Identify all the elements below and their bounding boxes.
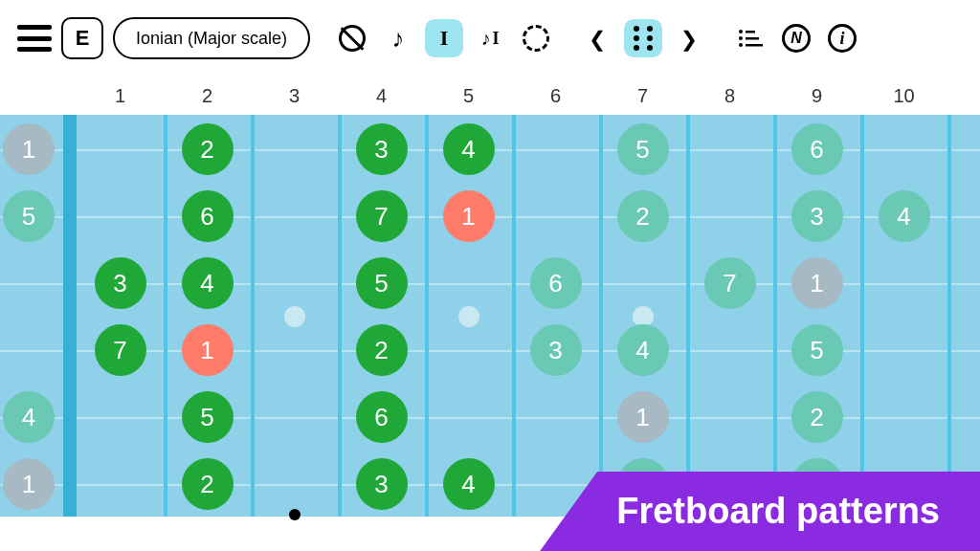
note-dot[interactable]: 5 xyxy=(182,391,234,443)
note-dot[interactable]: 6 xyxy=(530,257,582,309)
note-interval-mode-icon[interactable]: ♪I xyxy=(471,19,509,57)
fret-label: 7 xyxy=(599,85,686,107)
scale-selector[interactable]: Ionian (Major scale) xyxy=(113,17,310,59)
note-dot[interactable]: 5 xyxy=(3,190,55,242)
note-dot[interactable]: 4 xyxy=(879,190,930,242)
note-dot[interactable]: 5 xyxy=(617,123,669,175)
fret-line xyxy=(686,115,690,517)
fret-line xyxy=(251,115,255,517)
key-selector[interactable]: E xyxy=(61,17,103,59)
note-dot[interactable]: 7 xyxy=(356,190,408,242)
fret-line xyxy=(599,115,603,517)
toolbar: E Ionian (Major scale) ♪ I ♪I ❮ ❯ N i xyxy=(0,0,980,77)
note-name-toggle[interactable]: N xyxy=(777,19,815,57)
nut xyxy=(63,115,77,517)
svg-rect-1 xyxy=(746,31,755,33)
fret-label: 5 xyxy=(425,85,512,107)
note-dot[interactable]: 4 xyxy=(443,123,495,175)
fret-line xyxy=(773,115,777,517)
prev-pattern-button[interactable]: ❮ xyxy=(578,19,616,57)
fret-label: 9 xyxy=(773,85,860,107)
note-dot[interactable]: 2 xyxy=(182,123,234,175)
svg-point-2 xyxy=(739,36,743,40)
note-dot[interactable]: 3 xyxy=(95,257,146,309)
note-dot[interactable]: 7 xyxy=(95,324,146,376)
fret-line xyxy=(947,115,951,517)
fret-line xyxy=(338,115,342,517)
interval-mode-icon[interactable]: I xyxy=(425,19,463,57)
note-dot[interactable]: 6 xyxy=(182,190,234,242)
list-icon[interactable] xyxy=(731,19,769,57)
fret-number-row: 12345678910 xyxy=(0,77,980,115)
fret-position-marker xyxy=(289,509,301,520)
note-mode-icon[interactable]: ♪ xyxy=(379,19,417,57)
note-dot[interactable]: 5 xyxy=(791,324,843,376)
pattern-nav-group: ❮ ❯ xyxy=(578,19,708,57)
menu-icon[interactable] xyxy=(17,25,52,52)
right-tools-group: N i xyxy=(731,19,861,57)
inlay-marker xyxy=(284,306,305,327)
fret-line xyxy=(164,115,167,517)
display-mode-group: ♪ I ♪I xyxy=(333,19,555,57)
note-dot[interactable]: 4 xyxy=(443,458,495,510)
fret-label: 3 xyxy=(251,85,338,107)
fret-line xyxy=(512,115,516,517)
note-dot[interactable]: 2 xyxy=(356,324,408,376)
svg-point-0 xyxy=(739,30,743,33)
note-dot[interactable]: 1 xyxy=(617,391,669,443)
inlay-marker xyxy=(458,306,479,327)
note-dot[interactable]: 1 xyxy=(791,257,843,309)
note-dot[interactable]: 3 xyxy=(356,123,408,175)
fret-line xyxy=(425,115,429,517)
note-dot[interactable]: 3 xyxy=(791,190,843,242)
random-pattern-button[interactable] xyxy=(624,19,662,57)
fret-label: 1 xyxy=(77,85,164,107)
note-dot[interactable]: 2 xyxy=(791,391,843,443)
fret-label: 8 xyxy=(686,85,773,107)
note-dot[interactable]: 3 xyxy=(530,324,582,376)
note-dot[interactable]: 7 xyxy=(704,257,756,309)
note-dot[interactable]: 1 xyxy=(3,123,55,175)
note-dot[interactable]: 4 xyxy=(182,257,234,309)
fret-label: 10 xyxy=(860,85,947,107)
empty-circle-icon[interactable] xyxy=(333,19,371,57)
note-dot[interactable]: 4 xyxy=(3,391,55,443)
fret-line xyxy=(860,115,864,517)
note-dot[interactable]: 3 xyxy=(356,458,408,510)
next-pattern-button[interactable]: ❯ xyxy=(670,19,708,57)
note-dot[interactable]: 1 xyxy=(443,190,495,242)
svg-rect-3 xyxy=(746,37,759,40)
fret-label: 2 xyxy=(164,85,251,107)
svg-point-4 xyxy=(739,43,743,47)
note-dot[interactable]: 2 xyxy=(617,190,669,242)
fret-label: 4 xyxy=(338,85,425,107)
svg-rect-5 xyxy=(746,44,763,47)
note-dot[interactable]: 1 xyxy=(182,324,234,376)
note-dot[interactable]: 5 xyxy=(356,257,408,309)
note-dot[interactable]: 2 xyxy=(182,458,234,510)
note-dot[interactable]: 4 xyxy=(617,324,669,376)
fretboard[interactable]: 154137264152375263414635241576315264 xyxy=(0,115,980,517)
note-dot[interactable]: 6 xyxy=(356,391,408,443)
note-dot[interactable]: 1 xyxy=(3,458,55,510)
promo-banner: Fretboard patterns xyxy=(540,472,980,551)
info-button[interactable]: i xyxy=(823,19,861,57)
fret-label: 6 xyxy=(512,85,599,107)
note-dot[interactable]: 6 xyxy=(791,123,843,175)
dashed-circle-icon[interactable] xyxy=(517,19,555,57)
